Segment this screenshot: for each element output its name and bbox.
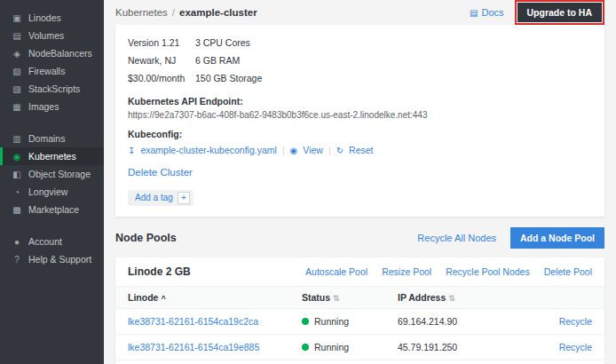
sidebar-group-divider [0, 218, 104, 233]
resize-pool-link[interactable]: Resize Pool [382, 266, 431, 277]
main-content: Kubernetes / example-cluster ▤ Docs Upgr… [104, 0, 616, 364]
sidebar-item-label: Firewalls [28, 66, 65, 76]
object-storage-icon: ◧ [12, 170, 22, 179]
add-node-pool-button[interactable]: Add a Node Pool [510, 227, 604, 249]
sidebar-item-account[interactable]: ● Account [0, 233, 104, 250]
status-badge: Running [314, 316, 349, 327]
help-icon: ? [12, 255, 22, 265]
sidebar-item-help-support[interactable]: ? Help & Support [0, 250, 104, 268]
download-icon: ↧ [128, 146, 135, 155]
status-badge: Running [314, 342, 349, 352]
autoscale-pool-link[interactable]: Autoscale Pool [305, 266, 367, 277]
add-tag-button[interactable]: Add a tag + [128, 190, 193, 206]
volumes-icon: ▤ [12, 31, 22, 41]
node-pool-card: Linode 2 GB Autoscale Pool Resize Pool R… [115, 257, 604, 364]
recycle-all-nodes-link[interactable]: Recycle All Nodes [417, 233, 496, 243]
node-link[interactable]: lke38731-62161-6154ca19e885 [128, 342, 259, 352]
spec-ram: 6 GB RAM [195, 51, 592, 69]
column-status[interactable]: Status⇅ [289, 286, 385, 308]
sidebar-item-label: Marketplace [28, 204, 79, 215]
table-row: lke38731-62161-6154ca19c2ca Running 69.1… [115, 308, 604, 334]
images-icon: ▦ [12, 102, 22, 112]
sidebar-item-label: Linodes [28, 12, 61, 23]
sidebar-item-kubernetes[interactable]: ◉ Kubernetes [0, 147, 104, 165]
table-row: lke38731-62161-6154ca19e885 Running 45.7… [115, 334, 604, 360]
node-ip: 45.79.191.250 [385, 334, 534, 360]
breadcrumb-kubernetes[interactable]: Kubernetes [115, 7, 168, 18]
sidebar-item-nodebalancers[interactable]: ◈ NodeBalancers [0, 44, 104, 62]
spec-storage: 150 GB Storage [195, 69, 592, 87]
sidebar-item-linodes[interactable]: ▣ Linodes [0, 9, 104, 27]
sidebar-item-label: Help & Support [28, 254, 91, 265]
sidebar-item-longview[interactable]: ◔ Longview [0, 183, 104, 201]
spec-region: Newark, NJ [128, 51, 195, 69]
pool-name: Linode 2 GB [128, 265, 305, 278]
reset-icon: ↻ [336, 146, 344, 155]
delete-cluster-link[interactable]: Delete Cluster [128, 167, 193, 178]
linodes-icon: ▣ [12, 13, 22, 23]
sidebar-item-object-storage[interactable]: ◧ Object Storage [0, 165, 104, 183]
column-linode[interactable]: Linode^ [115, 286, 289, 308]
delete-pool-link[interactable]: Delete Pool [544, 266, 592, 277]
sidebar-item-label: StackScripts [28, 83, 80, 94]
sidebar-item-images[interactable]: ▦ Images [0, 98, 104, 115]
sidebar-item-volumes[interactable]: ▤ Volumes [0, 27, 104, 44]
sidebar-item-firewalls[interactable]: ▧ Firewalls [0, 62, 104, 80]
stackscripts-icon: ▨ [12, 84, 22, 94]
column-actions [534, 286, 604, 308]
firewalls-icon: ▧ [12, 67, 22, 76]
sort-icon: ⇅ [448, 294, 455, 303]
kubeconfig-label: Kubeconfig: [128, 129, 592, 139]
column-ip-address[interactable]: IP Address⇅ [385, 286, 534, 308]
sort-asc-icon: ^ [161, 294, 165, 303]
sidebar-item-label: Images [28, 101, 59, 112]
sidebar-item-label: Object Storage [28, 169, 91, 179]
sidebar-item-marketplace[interactable]: ▩ Marketplace [0, 201, 104, 218]
sidebar-item-label: NodeBalancers [28, 48, 92, 59]
sidebar-item-domains[interactable]: ▥ Domains [0, 130, 104, 147]
separator: | [328, 145, 331, 155]
sidebar-group-divider [0, 115, 104, 130]
domains-icon: ▥ [12, 134, 22, 144]
kubeconfig-download-link[interactable]: example-cluster-kubeconfig.yaml [140, 145, 276, 155]
sidebar-item-stackscripts[interactable]: ▨ StackScripts [0, 80, 104, 98]
sidebar: ▣ Linodes ▤ Volumes ◈ NodeBalancers ▧ Fi… [0, 0, 104, 364]
recycle-node-link[interactable]: Recycle [559, 316, 592, 327]
page-header: Kubernetes / example-cluster ▤ Docs Upgr… [115, 0, 604, 25]
tags-row: Add a tag + [128, 188, 592, 206]
sidebar-item-label: Domains [28, 133, 65, 144]
docs-label: Docs [481, 7, 503, 18]
sort-icon: ⇅ [333, 294, 340, 303]
account-icon: ● [12, 237, 22, 247]
docs-icon: ▤ [470, 8, 478, 18]
node-link[interactable]: lke38731-62161-6154ca19c2ca [128, 316, 258, 327]
kubeconfig-actions: ↧ example-cluster-kubeconfig.yaml | ◉ Vi… [128, 145, 592, 155]
status-running-icon [302, 344, 309, 351]
recycle-node-link[interactable]: Recycle [559, 342, 592, 352]
pool-actions: Autoscale Pool Resize Pool Recycle Pool … [305, 266, 592, 277]
add-tag-label: Add a tag [135, 193, 173, 202]
spec-cpu: 3 CPU Cores [195, 34, 592, 51]
cluster-specs: Version 1.21 3 CPU Cores Newark, NJ 6 GB… [128, 34, 592, 87]
upgrade-to-ha-button[interactable]: Upgrade to HA [517, 3, 603, 22]
kubernetes-icon: ◉ [12, 152, 22, 162]
cluster-summary-card: Version 1.21 3 CPU Cores Newark, NJ 6 GB… [115, 25, 604, 217]
recycle-pool-nodes-link[interactable]: Recycle Pool Nodes [446, 266, 530, 277]
nodebalancers-icon: ◈ [12, 49, 22, 59]
status-running-icon [302, 318, 309, 325]
sidebar-item-label: Account [28, 236, 62, 247]
node-ip: 69.164.214.90 [385, 308, 534, 334]
docs-link[interactable]: ▤ Docs [470, 7, 504, 18]
separator: | [282, 145, 285, 155]
eye-icon: ◉ [290, 146, 298, 155]
upgrade-highlight-ring: Upgrade to HA [515, 0, 605, 25]
table-header-row: Linode^ Status⇅ IP Address⇅ [115, 286, 604, 308]
pool-nodes-table: Linode^ Status⇅ IP Address⇅ lke38731-621… [115, 286, 604, 364]
linode-cloud-manager: ▣ Linodes ▤ Volumes ◈ NodeBalancers ▧ Fi… [0, 0, 616, 364]
sidebar-item-label: Longview [28, 186, 67, 197]
kubeconfig-view-link[interactable]: View [303, 145, 323, 155]
longview-icon: ◔ [12, 187, 22, 197]
kubeconfig-reset-link[interactable]: Reset [349, 145, 373, 155]
sidebar-item-label: Kubernetes [28, 151, 76, 162]
breadcrumb: Kubernetes / example-cluster [115, 7, 470, 18]
